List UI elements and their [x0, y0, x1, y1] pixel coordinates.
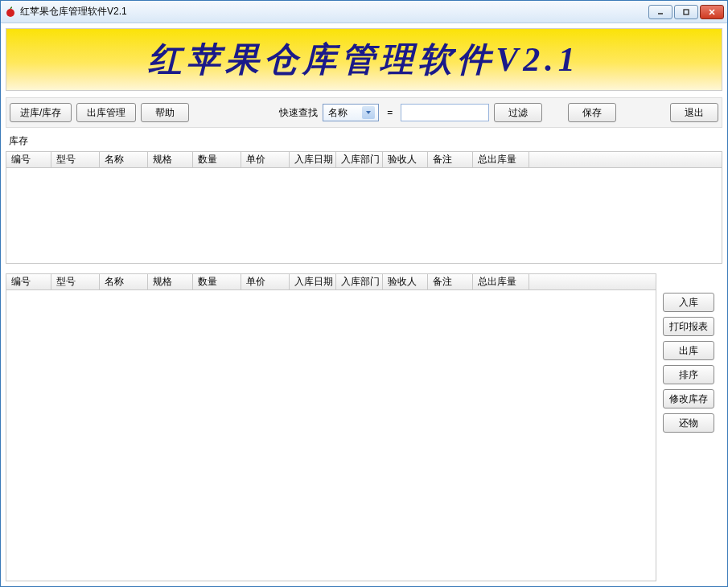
col-inspector[interactable]: 验收人	[383, 274, 428, 289]
help-button[interactable]: 帮助	[141, 103, 189, 122]
save-button[interactable]: 保存	[568, 103, 616, 122]
col-price[interactable]: 单价	[241, 152, 290, 167]
col-spec[interactable]: 规格	[148, 152, 193, 167]
app-icon	[4, 6, 17, 18]
bottom-left: 编号 型号 名称 规格 数量 单价 入库日期 入库部门 验收人 备注 总出库量	[6, 269, 656, 581]
inventory-section-label: 库存	[6, 133, 722, 150]
search-value-input[interactable]	[401, 104, 489, 121]
edit-inventory-button[interactable]: 修改库存	[663, 389, 714, 408]
stock-in-button[interactable]: 进库/库存	[10, 103, 72, 122]
stock-in-action-button[interactable]: 入库	[663, 293, 714, 312]
quick-search-label: 快速查找	[279, 106, 318, 120]
toolbar: 进库/库存 出库管理 帮助 快速查找 名称 = 过滤 保存 退出	[6, 97, 722, 128]
filter-button[interactable]: 过滤	[494, 103, 542, 122]
col-remark[interactable]: 备注	[428, 274, 473, 289]
col-inspector[interactable]: 验收人	[383, 152, 428, 167]
stock-out-mgmt-button[interactable]: 出库管理	[76, 103, 136, 122]
col-qty[interactable]: 数量	[193, 274, 241, 289]
equals-label: =	[387, 107, 393, 118]
col-id[interactable]: 编号	[6, 274, 51, 289]
print-report-button[interactable]: 打印报表	[663, 317, 714, 336]
col-remark[interactable]: 备注	[428, 152, 473, 167]
sort-button[interactable]: 排序	[663, 365, 714, 384]
exit-button[interactable]: 退出	[670, 103, 718, 122]
detail-grid-header: 编号 型号 名称 规格 数量 单价 入库日期 入库部门 验收人 备注 总出库量	[6, 274, 656, 290]
col-qty[interactable]: 数量	[193, 152, 241, 167]
side-action-panel: 入库 打印报表 出库 排序 修改库存 还物	[663, 269, 722, 581]
titlebar: 红苹果仓库管理软件V2.1	[1, 1, 727, 23]
inventory-grid-header: 编号 型号 名称 规格 数量 单价 入库日期 入库部门 验收人 备注 总出库量	[6, 152, 722, 168]
col-name[interactable]: 名称	[100, 152, 148, 167]
search-field-combo[interactable]: 名称	[323, 104, 379, 121]
return-item-button[interactable]: 还物	[663, 413, 714, 433]
col-id[interactable]: 编号	[6, 152, 51, 167]
content-area: 红苹果仓库管理软件V2.1 进库/库存 出库管理 帮助 快速查找 名称 = 过滤…	[1, 23, 727, 586]
chevron-down-icon	[362, 106, 375, 119]
bottom-layout: 编号 型号 名称 规格 数量 单价 入库日期 入库部门 验收人 备注 总出库量	[6, 269, 722, 581]
maximize-button[interactable]	[674, 5, 698, 19]
banner: 红苹果仓库管理软件V2.1	[6, 28, 722, 91]
col-indept[interactable]: 入库部门	[336, 152, 383, 167]
window-controls	[648, 5, 724, 19]
svg-point-0	[6, 9, 14, 17]
window-title: 红苹果仓库管理软件V2.1	[20, 5, 648, 18]
col-total-out[interactable]: 总出库量	[473, 274, 529, 289]
col-indept[interactable]: 入库部门	[336, 274, 383, 289]
detail-grid-body[interactable]	[6, 290, 656, 581]
col-spec[interactable]: 规格	[148, 274, 193, 289]
app-window: 红苹果仓库管理软件V2.1 红苹果仓库管理软件V2.1 进库/库存 出库管理 帮…	[0, 0, 728, 587]
col-indate[interactable]: 入库日期	[290, 152, 336, 167]
detail-grid[interactable]: 编号 型号 名称 规格 数量 单价 入库日期 入库部门 验收人 备注 总出库量	[6, 273, 656, 581]
col-model[interactable]: 型号	[51, 274, 100, 289]
svg-rect-2	[684, 10, 689, 14]
minimize-button[interactable]	[648, 5, 672, 19]
col-indate[interactable]: 入库日期	[290, 274, 336, 289]
col-name[interactable]: 名称	[100, 274, 148, 289]
col-price[interactable]: 单价	[241, 274, 290, 289]
stock-out-action-button[interactable]: 出库	[663, 341, 714, 360]
close-button[interactable]	[700, 5, 724, 19]
banner-title: 红苹果仓库管理软件V2.1	[148, 37, 580, 82]
search-field-value: 名称	[328, 106, 348, 120]
col-model[interactable]: 型号	[51, 152, 100, 167]
inventory-grid[interactable]: 编号 型号 名称 规格 数量 单价 入库日期 入库部门 验收人 备注 总出库量	[6, 151, 722, 264]
col-total-out[interactable]: 总出库量	[473, 152, 529, 167]
